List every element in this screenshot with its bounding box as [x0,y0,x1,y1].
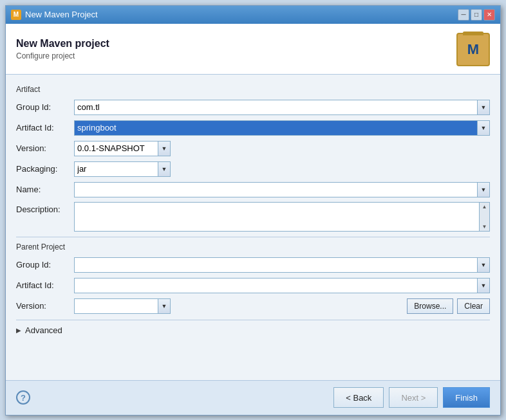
header-text: New Maven project Configure project [16,38,109,60]
page-title: New Maven project [16,38,109,50]
minimize-button[interactable]: ─ [458,9,469,21]
parent-group-id-input-wrapper: ▼ [74,257,490,273]
group-id-input[interactable] [74,100,477,115]
maven-logo: M [456,33,490,66]
packaging-combo: ▼ [74,161,171,177]
parent-version-combo: ▼ [74,298,171,314]
parent-version-dropdown-button[interactable]: ▼ [158,298,171,314]
parent-group-id-dropdown-button[interactable]: ▼ [477,257,490,273]
name-input[interactable] [74,182,477,197]
packaging-input[interactable] [74,161,158,177]
advanced-arrow-icon: ▶ [16,327,21,334]
artifact-section-label: Artifact [16,85,490,94]
description-label: Description: [16,202,74,214]
help-button[interactable]: ? [16,390,30,405]
name-dropdown-button[interactable]: ▼ [477,182,490,197]
parent-version-input[interactable] [74,298,158,314]
finish-button[interactable]: Finish [443,387,490,408]
version-label: Version: [16,143,74,153]
version-combo: ▼ [74,141,171,156]
main-window: M New Maven Project ─ □ ✕ New Maven proj… [5,5,501,415]
description-input[interactable] [74,202,480,232]
packaging-input-wrapper: ▼ [74,161,490,177]
group-id-combo: ▼ [74,100,490,115]
footer: ? < Back Next > Finish [6,380,500,415]
packaging-dropdown-button[interactable]: ▼ [158,161,171,177]
divider-1 [16,237,490,237]
description-row: Description: ▲ ▼ [16,202,490,232]
name-label: Name: [16,185,74,194]
scroll-down-icon[interactable]: ▼ [482,224,487,230]
parent-section-label: Parent Project [16,242,490,251]
artifact-id-dropdown-button[interactable]: ▼ [477,120,490,136]
group-id-input-wrapper: ▼ [74,100,490,115]
parent-artifact-id-dropdown-button[interactable]: ▼ [477,278,490,293]
artifact-id-label: Artifact Id: [16,123,74,132]
clear-button[interactable]: Clear [457,298,490,314]
next-button[interactable]: Next > [389,387,438,408]
header: New Maven project Configure project M [6,24,500,75]
parent-artifact-id-label: Artifact Id: [16,280,74,290]
maximize-button[interactable]: □ [471,9,482,21]
browse-button[interactable]: Browse... [407,298,453,314]
parent-artifact-id-input-wrapper: ▼ [74,278,490,293]
parent-artifact-id-row: Artifact Id: ▼ [16,277,490,294]
packaging-row: Packaging: ▼ [16,161,490,178]
parent-version-controls: ▼ Browse... Clear [74,298,490,314]
description-input-wrapper: ▲ ▼ [74,202,490,232]
parent-group-id-combo: ▼ [74,257,490,273]
version-input[interactable] [74,141,158,156]
packaging-label: Packaging: [16,164,74,174]
footer-buttons: < Back Next > Finish [333,387,490,408]
name-row: Name: ▼ [16,181,490,198]
parent-artifact-id-combo: ▼ [74,278,490,293]
version-row: Version: ▼ [16,140,490,157]
parent-group-id-input[interactable] [74,257,477,273]
parent-version-label: Version: [16,301,74,311]
back-button[interactable]: < Back [333,387,384,408]
footer-left: ? [16,390,30,405]
name-combo: ▼ [74,182,490,197]
window-title: New Maven Project [25,10,98,19]
advanced-label: Advanced [25,325,62,335]
version-input-wrapper: ▼ [74,141,490,156]
group-id-dropdown-button[interactable]: ▼ [477,100,490,115]
footer-wrapper: ? < Back Next > Finish [6,380,500,415]
parent-group-id-row: Group Id: ▼ [16,257,490,273]
artifact-id-input-wrapper: ▼ [74,120,490,136]
parent-group-id-label: Group Id: [16,260,74,269]
description-scrollbar: ▲ ▼ [480,202,490,232]
artifact-id-combo: ▼ [74,120,490,136]
parent-artifact-id-input[interactable] [74,278,477,293]
name-input-wrapper: ▼ [74,182,490,197]
divider-2 [16,320,490,320]
window-controls: ─ □ ✕ [458,9,495,21]
content-area: Artifact Group Id: ▼ Artifact Id: ▼ [6,75,500,380]
title-bar: M New Maven Project ─ □ ✕ [6,6,500,24]
group-id-label: Group Id: [16,102,74,112]
version-dropdown-button[interactable]: ▼ [158,141,171,156]
artifact-id-row: Artifact Id: ▼ [16,120,490,136]
parent-version-row: Version: ▼ Browse... Clear [16,298,490,315]
page-subtitle: Configure project [16,51,109,60]
group-id-row: Group Id: ▼ [16,99,490,116]
artifact-id-input[interactable] [74,120,477,136]
scroll-up-icon[interactable]: ▲ [482,204,487,210]
close-button[interactable]: ✕ [483,9,495,21]
advanced-section[interactable]: ▶ Advanced [16,325,490,335]
window-icon: M [11,10,21,20]
